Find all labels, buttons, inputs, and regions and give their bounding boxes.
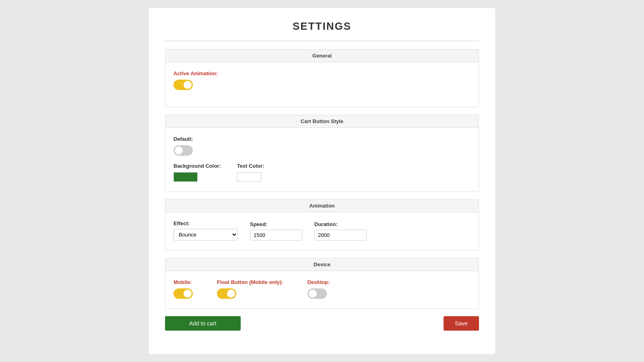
background-color-swatch[interactable] (173, 172, 198, 182)
background-color-field: Background Color: (173, 163, 221, 182)
general-section-header: General (165, 49, 479, 62)
mobile-field: Mobile: (173, 279, 193, 299)
add-to-cart-button[interactable]: Add to cart (165, 316, 241, 331)
text-color-label: Text Color: (237, 163, 264, 169)
animation-fields-row: Effect: Bounce Fade Slide Zoom Speed: Du… (173, 220, 471, 241)
device-section-body: Mobile: Float Button (Mobile only): (165, 271, 479, 309)
text-color-field: Text Color: (237, 163, 264, 182)
device-section-header: Device (165, 258, 479, 271)
speed-label: Speed: (250, 221, 302, 227)
duration-field: Duration: (314, 221, 367, 241)
effect-select[interactable]: Bounce Fade Slide Zoom (173, 229, 238, 241)
float-button-track (217, 288, 236, 299)
mobile-toggle[interactable] (173, 288, 193, 299)
float-button-field: Float Button (Mobile only): (217, 279, 283, 299)
device-section: Device Mobile: Float Button (Mobile only… (165, 258, 479, 309)
duration-label: Duration: (314, 221, 367, 227)
cart-button-style-body: Default: Background Color: Text Color: (165, 128, 479, 191)
background-color-label: Background Color: (173, 163, 221, 169)
desktop-label: Desktop: (308, 279, 330, 285)
bottom-bar: Add to cart Save (165, 316, 479, 331)
mobile-track (173, 288, 193, 299)
active-animation-track (173, 80, 193, 90)
default-thumb (175, 146, 183, 154)
default-toggle[interactable] (173, 145, 193, 156)
page-title: SETTINGS (165, 20, 479, 33)
mobile-thumb (184, 290, 192, 298)
color-fields-row: Background Color: Text Color: (173, 163, 471, 182)
float-button-label: Float Button (Mobile only): (217, 279, 283, 285)
float-button-thumb (227, 290, 235, 298)
desktop-track (308, 288, 327, 299)
active-animation-toggle[interactable] (173, 80, 193, 90)
active-animation-label: Active Animation: (173, 70, 471, 76)
title-divider (165, 41, 479, 41)
duration-input[interactable] (314, 230, 367, 241)
default-track (173, 145, 193, 156)
default-label: Default: (173, 136, 471, 142)
animation-section-header: Animation (165, 200, 479, 212)
float-button-toggle[interactable] (217, 288, 236, 299)
mobile-label: Mobile: (173, 279, 193, 285)
default-field: Default: (173, 136, 471, 156)
active-animation-thumb (184, 81, 192, 89)
active-animation-field: Active Animation: (173, 70, 471, 90)
general-section-body: Active Animation: (165, 62, 479, 107)
cart-button-style-header: Cart Button Style (165, 115, 479, 128)
settings-container: SETTINGS General Active Animation: Cart … (149, 8, 495, 354)
device-fields-row: Mobile: Float Button (Mobile only): (173, 279, 471, 299)
animation-section: Animation Effect: Bounce Fade Slide Zoom… (165, 199, 479, 251)
desktop-field: Desktop: (308, 279, 330, 299)
cart-button-style-section: Cart Button Style Default: Background Co… (165, 115, 479, 192)
text-color-swatch[interactable] (237, 172, 261, 182)
desktop-toggle[interactable] (308, 288, 327, 299)
save-button[interactable]: Save (444, 316, 479, 331)
speed-field: Speed: (250, 221, 302, 241)
effect-field: Effect: Bounce Fade Slide Zoom (173, 220, 238, 241)
general-section: General Active Animation: (165, 49, 479, 107)
speed-input[interactable] (250, 230, 302, 241)
animation-section-body: Effect: Bounce Fade Slide Zoom Speed: Du… (165, 212, 479, 250)
desktop-thumb (309, 290, 317, 298)
effect-label: Effect: (173, 220, 238, 226)
